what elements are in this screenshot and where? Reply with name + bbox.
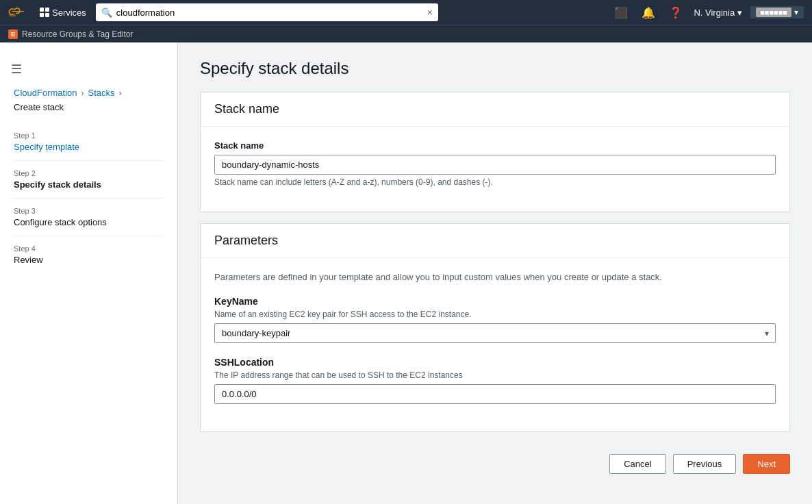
keyname-label: KeyName bbox=[214, 296, 776, 307]
account-chevron: ▾ bbox=[794, 8, 798, 17]
keyname-hint: Name of an existing EC2 key pair for SSH… bbox=[214, 310, 776, 319]
account-menu[interactable]: ■■■■■■ ▾ bbox=[750, 6, 804, 18]
region-selector[interactable]: N. Virginia ▾ bbox=[694, 8, 742, 18]
sshlocation-hint: The IP address range that can be used to… bbox=[214, 370, 776, 380]
sshlocation-label: SSHLocation bbox=[214, 357, 776, 368]
next-button[interactable]: Next bbox=[743, 454, 790, 474]
step-4: Step 4 Review bbox=[14, 236, 164, 273]
step-4-number: Step 4 bbox=[14, 244, 164, 253]
resource-groups-label[interactable]: Resource Groups & Tag Editor bbox=[22, 29, 134, 39]
keyname-select[interactable]: boundary-keypair default-keypair my-keyp… bbox=[214, 323, 776, 343]
step-1-number: Step 1 bbox=[14, 131, 164, 140]
breadcrumb-current: Create stack bbox=[14, 102, 64, 112]
steps-navigation: Step 1 Specify template Step 2 Specify s… bbox=[0, 123, 177, 273]
region-chevron: ▾ bbox=[737, 8, 742, 18]
svg-text:aws: aws bbox=[9, 13, 16, 17]
step-3: Step 3 Configure stack options bbox=[14, 199, 164, 236]
parameters-card-body: Parameters are defined in your template … bbox=[201, 258, 789, 431]
stack-name-heading: Stack name bbox=[214, 102, 776, 116]
terminal-icon[interactable]: ⬛ bbox=[611, 5, 631, 21]
main-content: Specify stack details Stack name Stack n… bbox=[178, 42, 812, 504]
stack-name-input[interactable] bbox=[214, 155, 776, 175]
previous-button[interactable]: Previous bbox=[673, 454, 737, 474]
search-icon: 🔍 bbox=[101, 8, 112, 18]
keyname-field: KeyName Name of an existing EC2 key pair… bbox=[214, 296, 776, 343]
bell-icon[interactable]: 🔔 bbox=[639, 5, 658, 21]
resource-groups-icon: ⊞ bbox=[8, 29, 18, 39]
breadcrumb: CloudFormation › Stacks › Create stack bbox=[0, 82, 177, 123]
breadcrumb-sep-2: › bbox=[119, 88, 122, 98]
search-input[interactable] bbox=[116, 8, 423, 18]
grid-icon bbox=[40, 8, 49, 17]
stack-name-field: Stack name Stack name can include letter… bbox=[214, 140, 776, 187]
step-1-label[interactable]: Specify template bbox=[14, 142, 164, 152]
step-3-number: Step 3 bbox=[14, 207, 164, 215]
stack-name-card: Stack name Stack name Stack name can inc… bbox=[200, 92, 790, 212]
footer-actions: Cancel Previous Next bbox=[200, 443, 790, 479]
breadcrumb-sep-1: › bbox=[81, 88, 84, 98]
breadcrumb-stacks[interactable]: Stacks bbox=[88, 88, 115, 98]
resource-bar: ⊞ Resource Groups & Tag Editor bbox=[0, 25, 812, 42]
sidebar: ☰ CloudFormation › Stacks › Create stack… bbox=[0, 42, 178, 504]
sshlocation-field: SSHLocation The IP address range that ca… bbox=[214, 357, 776, 404]
stack-name-card-body: Stack name Stack name can include letter… bbox=[201, 127, 789, 212]
nav-right-section: ⬛ 🔔 ❓ N. Virginia ▾ ■■■■■■ ▾ bbox=[611, 5, 804, 21]
step-2: Step 2 Specify stack details bbox=[14, 161, 164, 199]
region-label: N. Virginia bbox=[694, 8, 735, 18]
step-2-label: Specify stack details bbox=[14, 179, 164, 190]
hamburger-menu[interactable]: ☰ bbox=[0, 56, 177, 82]
help-icon[interactable]: ❓ bbox=[666, 5, 685, 21]
services-label: Services bbox=[52, 8, 86, 18]
main-container: ☰ CloudFormation › Stacks › Create stack… bbox=[0, 42, 812, 504]
parameters-card: Parameters Parameters are defined in you… bbox=[200, 223, 790, 432]
stack-name-hint: Stack name can include letters (A-Z and … bbox=[214, 177, 776, 187]
top-navbar: aws Services 🔍 × ⬛ 🔔 ❓ N. Virginia ▾ ■■■… bbox=[0, 0, 812, 25]
stack-name-card-header: Stack name bbox=[201, 92, 789, 127]
clear-search-icon[interactable]: × bbox=[427, 8, 433, 17]
cancel-button[interactable]: Cancel bbox=[609, 454, 665, 474]
aws-logo[interactable]: aws bbox=[8, 3, 27, 22]
search-bar[interactable]: 🔍 × bbox=[96, 3, 438, 21]
parameters-card-header: Parameters bbox=[201, 224, 789, 258]
parameters-description: Parameters are defined in your template … bbox=[214, 272, 776, 282]
page-title: Specify stack details bbox=[200, 59, 790, 78]
parameters-heading: Parameters bbox=[214, 234, 776, 248]
breadcrumb-cloudformation[interactable]: CloudFormation bbox=[14, 88, 77, 98]
nav-services-button[interactable]: Services bbox=[36, 5, 90, 21]
sshlocation-input[interactable] bbox=[214, 384, 776, 404]
account-label: ■■■■■■ bbox=[756, 8, 791, 17]
step-2-number: Step 2 bbox=[14, 169, 164, 177]
step-4-label: Review bbox=[14, 255, 164, 265]
keyname-select-wrapper: boundary-keypair default-keypair my-keyp… bbox=[214, 323, 776, 343]
stack-name-label: Stack name bbox=[214, 140, 776, 151]
step-1: Step 1 Specify template bbox=[14, 123, 164, 161]
step-3-label: Configure stack options bbox=[14, 217, 164, 227]
